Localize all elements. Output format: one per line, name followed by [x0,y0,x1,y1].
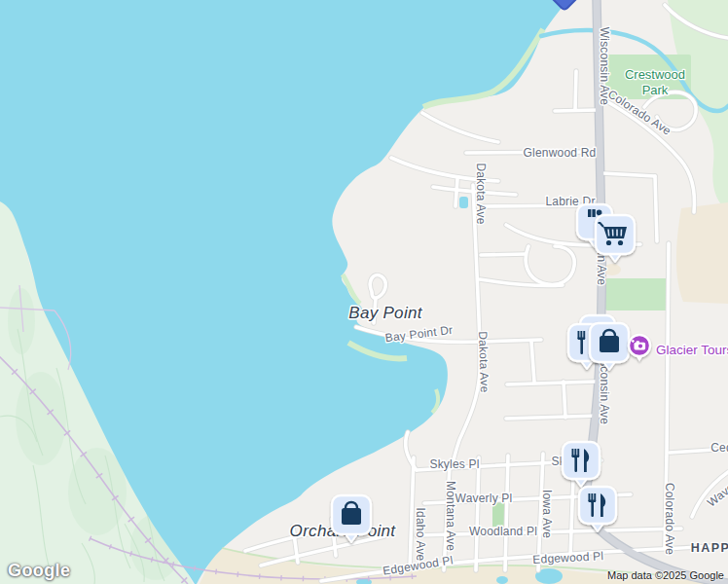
label-glacier-tours[interactable]: Glacier Tours [656,343,728,357]
label-dakota-ave-north: Dakota Ave [474,163,488,224]
map-tiles: Wisconsin AveWisconsin AveWisconsin AveD… [0,0,728,584]
park-strip [605,278,670,310]
map-attribution: Map data ©2025 Google [607,569,724,581]
label-happy: HAPPY [691,541,728,555]
label-cedar: Cedar [710,441,728,455]
label-woodland-pl: Woodland Pl [469,525,537,538]
label-glenwood-rd: Glenwood Rd [524,146,597,160]
label-bay-point: Bay Point [348,304,422,322]
label-skyles-pl: Skyles Pl [429,457,479,471]
label-waverly-pl: Waverly Pl [455,492,513,505]
label-dakota-ave-south: Dakota Ave [476,331,491,393]
label-crestwood-park-line2: Park [642,83,669,97]
label-crestwood-park-line1: Crestwood [625,67,685,82]
label-iowa-ave: Iowa Ave [540,490,554,538]
label-montana-ave: Montana Ave [444,481,457,551]
map-canvas[interactable]: Wisconsin AveWisconsin AveWisconsin AveD… [0,0,728,584]
tan-area-east [676,202,728,304]
google-logo[interactable]: Google [8,561,70,581]
label-colorado-ave-south: Colorado Ave [663,483,676,555]
pond [459,197,468,208]
label-idaho-ave: Idaho Ave [414,508,427,562]
